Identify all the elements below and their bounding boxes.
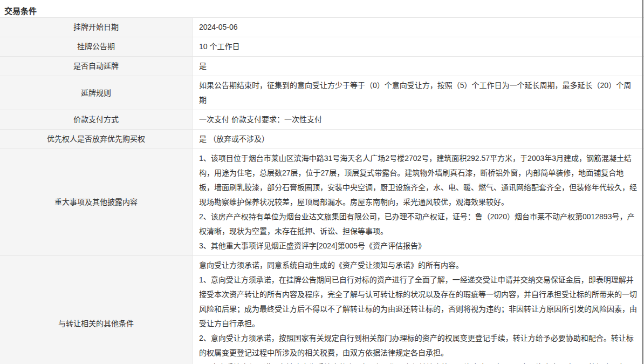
table-row: 是否自动延牌 是 bbox=[0, 57, 644, 76]
row-label: 是否自动延牌 bbox=[0, 57, 193, 76]
table-row: 与转让相关的其他条件 意向受让方须承诺，同意系统自动生成的《资产受让须知与承诺》… bbox=[0, 256, 644, 364]
row-value: 10 个工作日 bbox=[193, 37, 644, 56]
row-label: 与转让相关的其他条件 bbox=[0, 256, 193, 364]
row-label: 重大事项及其他披露内容 bbox=[0, 149, 193, 255]
table-row: 重大事项及其他披露内容 1、该项目位于烟台市莱山区滨海中路31号海天名人广场2号… bbox=[0, 149, 644, 256]
table-row: 挂牌公告期 10 个工作日 bbox=[0, 37, 644, 57]
row-label: 价款支付方式 bbox=[0, 110, 193, 129]
conditions-table: 挂牌开始日期 2024-05-06 挂牌公告期 10 个工作日 是否自动延牌 是… bbox=[0, 18, 644, 364]
row-value: 意向受让方须承诺，同意系统自动生成的《资产受让须知与承诺》的所有内容。 1、意向… bbox=[193, 256, 644, 364]
row-value: 是 bbox=[193, 57, 644, 76]
row-value: 是 （放弃或不涉及） bbox=[193, 130, 644, 149]
row-label: 挂牌公告期 bbox=[0, 37, 193, 56]
table-row: 延牌规则 如果公告期结束时，征集到的意向受让方少于等于（0）个意向受让方，按照（… bbox=[0, 76, 644, 110]
table-row: 价款支付方式 一次支付 价款支付要求：一次性支付 bbox=[0, 110, 644, 130]
row-label: 延牌规则 bbox=[0, 76, 193, 110]
row-label: 优先权人是否放弃优先购买权 bbox=[0, 130, 193, 149]
row-value: 2024-05-06 bbox=[193, 18, 644, 37]
transaction-conditions-page: 交易条件 挂牌开始日期 2024-05-06 挂牌公告期 10 个工作日 是否自… bbox=[0, 0, 644, 364]
scrollbar[interactable] bbox=[642, 0, 643, 364]
table-row: 挂牌开始日期 2024-05-06 bbox=[0, 18, 644, 37]
row-value: 1、该项目位于烟台市莱山区滨海中路31号海天名人广场2号楼2702号，建筑面积2… bbox=[193, 149, 644, 255]
row-label: 挂牌开始日期 bbox=[0, 18, 193, 37]
row-value: 一次支付 价款支付要求：一次性支付 bbox=[193, 110, 644, 129]
section-title: 交易条件 bbox=[0, 0, 644, 18]
table-row: 优先权人是否放弃优先购买权 是 （放弃或不涉及） bbox=[0, 130, 644, 149]
row-value: 如果公告期结束时，征集到的意向受让方少于等于（0）个意向受让方，按照（5）个工作… bbox=[193, 76, 644, 110]
